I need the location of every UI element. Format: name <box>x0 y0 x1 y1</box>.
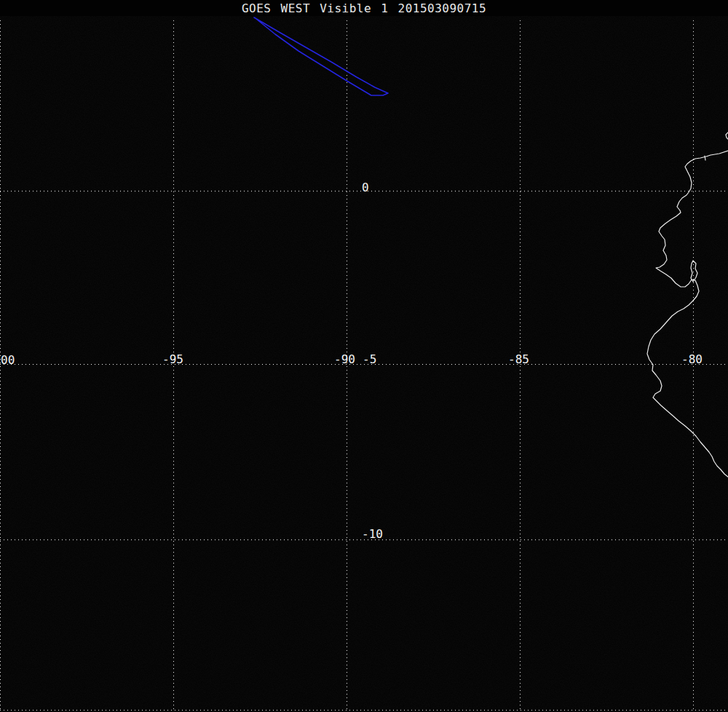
storm-track-line <box>254 17 388 95</box>
grid-label-lat-neg10: -10 <box>362 529 383 539</box>
grid-label-lat-0: 0 <box>362 182 369 193</box>
island-outline <box>691 261 697 282</box>
grid-label-lon-neg90: -90 <box>334 354 355 365</box>
grid-label-lon-neg80: -80 <box>681 354 703 365</box>
satellite-image-viewer: GOES WEST Visible 1 201503090715 0-5-100… <box>0 0 728 712</box>
grid-label-lon-neg85: -85 <box>508 354 529 365</box>
grid-label-lon-neg95: -95 <box>162 354 183 365</box>
grid-label-lat-neg5: -5 <box>363 354 376 365</box>
coastline-path <box>647 151 728 477</box>
grid-label-lon-neg100: 00 <box>1 355 15 365</box>
